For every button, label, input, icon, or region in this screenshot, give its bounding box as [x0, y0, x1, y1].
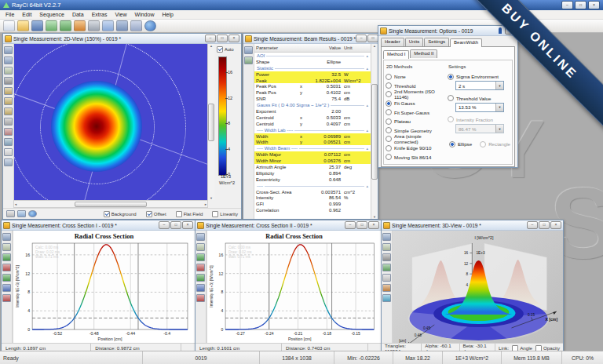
- window-titlebar[interactable]: Single Measurement: Beam Results - 0019 …: [243, 34, 378, 44]
- option-ellipse[interactable]: Ellipse: [449, 140, 472, 148]
- radio-icon[interactable]: [386, 100, 392, 107]
- menu-help[interactable]: Help: [158, 12, 177, 17]
- close-button[interactable]: ×: [588, 1, 600, 9]
- palette-icon[interactable]: [4, 128, 13, 136]
- close-button[interactable]: ×: [550, 221, 561, 229]
- minimize-button[interactable]: –: [356, 35, 367, 42]
- radio-icon[interactable]: [448, 74, 454, 80]
- copy-icon[interactable]: [2, 243, 11, 251]
- option-knife-edge-90-10[interactable]: Knife Edge 90/10: [386, 144, 444, 152]
- checkbox-flat-field[interactable]: Flat Field: [176, 211, 203, 217]
- scroll-up-icon[interactable]: ▲: [210, 44, 213, 48]
- copy-icon[interactable]: [196, 243, 205, 251]
- collapse-icon[interactable]: ▴: [366, 128, 368, 133]
- chevron-down-icon[interactable]: ▼: [495, 82, 503, 89]
- zoom-reset-icon[interactable]: [4, 107, 13, 115]
- collapse-icon[interactable]: ▴: [366, 184, 368, 188]
- radio-icon[interactable]: [386, 91, 392, 97]
- minimize-button[interactable]: –: [345, 221, 356, 229]
- marker-red-icon[interactable]: [2, 294, 11, 302]
- close-button[interactable]: ×: [182, 221, 193, 229]
- menu-file[interactable]: File: [2, 12, 18, 17]
- option-fit-gauss[interactable]: Fit Gauss: [386, 99, 444, 107]
- collapse-icon[interactable]: ▴: [366, 103, 368, 107]
- menu-data[interactable]: Data: [68, 12, 88, 17]
- print-icon[interactable]: [4, 118, 13, 126]
- radio-icon[interactable]: [480, 141, 486, 147]
- radio-icon[interactable]: [448, 95, 454, 101]
- help-globe-icon[interactable]: [144, 20, 156, 31]
- checkbox-icon[interactable]: [176, 211, 182, 217]
- maximize-button[interactable]: □: [575, 1, 587, 9]
- window-titlebar[interactable]: Single Measurement: Cross Section II - 0…: [196, 220, 381, 231]
- menu-window[interactable]: Window: [131, 12, 159, 17]
- vertical-scrollbar[interactable]: ▲ ▼: [371, 44, 378, 219]
- window-titlebar[interactable]: Single Measurement: Cross Section I - 00…: [2, 220, 195, 231]
- maximize-button[interactable]: □: [356, 221, 367, 229]
- menu-sequence[interactable]: Sequence: [35, 12, 68, 17]
- grid3d-icon[interactable]: [382, 294, 391, 302]
- beam-adjust-icon[interactable]: [74, 20, 86, 31]
- grid-multi-icon[interactable]: [2, 274, 11, 282]
- new-report-icon[interactable]: [3, 20, 15, 31]
- radio-icon[interactable]: [386, 109, 392, 115]
- grid-blue-icon[interactable]: [2, 284, 11, 292]
- dropdown-sigma-environment[interactable]: 2 s▼: [455, 81, 504, 90]
- pin-icon[interactable]: [499, 27, 502, 34]
- grid-green-icon[interactable]: [196, 253, 205, 261]
- menu-edit[interactable]: Edit: [18, 12, 35, 17]
- scroll-down-icon[interactable]: ▼: [373, 215, 376, 219]
- radio-icon[interactable]: [448, 116, 454, 122]
- scroll-left-icon[interactable]: ◄: [14, 202, 17, 206]
- beam-3d-scene[interactable]: I [W/cm^2] 1E+3 16 12 8 4 0.15: [393, 231, 563, 343]
- dropdown-threshold-value[interactable]: 13.53 %▼: [455, 103, 504, 112]
- grid-blue-icon[interactable]: [196, 284, 205, 292]
- tab-beamwidth[interactable]: BeamWidth: [450, 38, 482, 47]
- dropdown-intensity-fraction[interactable]: 86.47 %▼: [455, 124, 504, 133]
- screen-icon[interactable]: [116, 20, 128, 31]
- save-icon[interactable]: [382, 233, 391, 241]
- horizontal-scrollbar[interactable]: ◄ ►: [13, 200, 208, 208]
- checkbox-background[interactable]: Background: [104, 211, 137, 217]
- grid-red-icon[interactable]: [196, 264, 205, 271]
- texture-icon[interactable]: [382, 253, 391, 261]
- scroll-down-icon[interactable]: ▼: [210, 196, 213, 200]
- open-icon[interactable]: [17, 20, 29, 31]
- save-icon[interactable]: [244, 46, 253, 54]
- radio-icon[interactable]: [386, 136, 392, 142]
- collapse-icon[interactable]: ▴: [366, 146, 368, 151]
- option-plateau[interactable]: Plateau: [386, 117, 444, 126]
- checkbox-icon[interactable]: [104, 211, 110, 217]
- wall-icon[interactable]: [382, 274, 391, 282]
- close-button[interactable]: ×: [228, 35, 239, 42]
- subtab-method-i[interactable]: Method I: [383, 50, 409, 59]
- grid-green-icon[interactable]: [2, 253, 11, 261]
- palette-icon[interactable]: [382, 284, 391, 292]
- auto-scale-checkbox[interactable]: [217, 46, 223, 53]
- menu-extras[interactable]: Extras: [88, 12, 111, 17]
- render-icon[interactable]: [382, 264, 391, 271]
- grid-multi-icon[interactable]: [196, 274, 205, 282]
- ruler-icon[interactable]: [4, 138, 13, 146]
- collapse-icon[interactable]: ▴: [366, 66, 368, 71]
- radio-icon[interactable]: [386, 118, 392, 125]
- cross-section-chart[interactable]: Radial Cross Section-0.52-0.48-0.44-0.40…: [13, 231, 195, 343]
- tab-header[interactable]: Header: [381, 38, 404, 46]
- settings-gear-icon[interactable]: [4, 77, 13, 85]
- radio-icon[interactable]: [386, 154, 392, 160]
- chevron-down-icon[interactable]: ▼: [495, 104, 503, 111]
- scroll-up-icon[interactable]: ▲: [373, 44, 376, 48]
- collapse-icon[interactable]: ▴: [366, 53, 368, 58]
- undo-icon[interactable]: [46, 20, 57, 31]
- maximize-button[interactable]: □: [170, 221, 181, 229]
- scrollbar-thumb[interactable]: [75, 202, 147, 207]
- zoom-in-icon[interactable]: [4, 87, 13, 95]
- save-icon[interactable]: [4, 46, 13, 54]
- option-sigma-environment[interactable]: Sigma Environment: [448, 72, 510, 81]
- checkbox-icon[interactable]: [146, 211, 152, 217]
- maximize-button[interactable]: □: [367, 35, 378, 42]
- copy-icon[interactable]: [382, 243, 391, 251]
- vertical-scrollbar[interactable]: ▲ ▼: [207, 44, 214, 200]
- grid-red-icon[interactable]: [2, 264, 11, 271]
- copy-icon[interactable]: [4, 67, 13, 75]
